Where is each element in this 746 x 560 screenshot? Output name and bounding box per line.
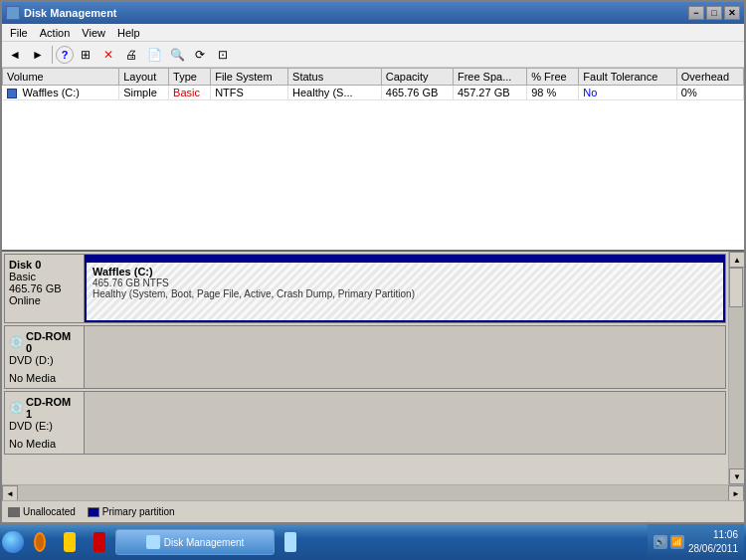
cell-type: Basic bbox=[169, 86, 211, 100]
disk-management-window: Disk Management − □ ✕ File Action View H… bbox=[0, 0, 746, 524]
cell-capacity: 465.76 GB bbox=[381, 86, 453, 100]
col-volume[interactable]: Volume bbox=[3, 69, 119, 86]
menu-action[interactable]: Action bbox=[34, 26, 77, 40]
col-pctfree[interactable]: % Free bbox=[527, 69, 579, 86]
table-row[interactable]: Waffles (C:) Simple Basic NTFS Healthy (… bbox=[3, 86, 744, 100]
back-button[interactable]: ◄ bbox=[4, 44, 26, 66]
disk-map-inner: Disk 0 Basic 465.76 GB Online Waffles (C… bbox=[2, 252, 728, 484]
print-button[interactable]: 🖨 bbox=[120, 44, 142, 66]
media-icon bbox=[93, 532, 105, 552]
taskbar-app-1[interactable] bbox=[26, 529, 54, 555]
tray-icons: 🔊 📶 bbox=[653, 535, 684, 549]
col-filesystem[interactable]: File System bbox=[211, 69, 288, 86]
diskmgmt-icon bbox=[146, 535, 160, 549]
maximize-button[interactable]: □ bbox=[706, 6, 722, 20]
minimize-button[interactable]: − bbox=[688, 6, 704, 20]
title-bar: Disk Management − □ ✕ bbox=[2, 2, 744, 24]
disk-0-label: Disk 0 Basic 465.76 GB Online bbox=[5, 255, 85, 322]
taskbar-app-5[interactable] bbox=[277, 529, 304, 555]
scroll-up-arrow[interactable]: ▲ bbox=[729, 252, 744, 268]
toolbar-sep-1 bbox=[52, 46, 53, 64]
col-faulttolerance[interactable]: Fault Tolerance bbox=[579, 69, 676, 86]
menu-view[interactable]: View bbox=[76, 26, 111, 40]
col-type[interactable]: Type bbox=[169, 69, 211, 86]
cell-filesystem: NTFS bbox=[211, 86, 288, 100]
cdrom-1-icon: 💿 bbox=[9, 401, 24, 415]
cell-pctfree: 98 % bbox=[527, 86, 579, 100]
extra-button[interactable]: ⊡ bbox=[212, 44, 234, 66]
forward-button[interactable]: ► bbox=[27, 44, 49, 66]
active-app-label: Disk Management bbox=[164, 537, 245, 548]
export-button[interactable]: 📄 bbox=[143, 44, 165, 66]
partition-name: Waffles (C:) bbox=[93, 266, 717, 278]
horizontal-scrollbar[interactable]: ◄ ► bbox=[2, 484, 744, 500]
taskbar-apps: Disk Management bbox=[26, 529, 648, 555]
cdrom-1-row: 💿 CD-ROM 1 DVD (E:) No Media bbox=[4, 391, 726, 455]
menu-bar: File Action View Help bbox=[2, 24, 744, 42]
volume-icon bbox=[7, 89, 17, 98]
partition-status: Healthy (System, Boot, Page File, Active… bbox=[93, 288, 717, 299]
refresh-button[interactable]: ⟳ bbox=[189, 44, 211, 66]
menu-file[interactable]: File bbox=[4, 26, 34, 40]
cdrom-0-name: CD-ROM 0 bbox=[26, 330, 80, 354]
cdrom-0-row: 💿 CD-ROM 0 DVD (D:) No Media bbox=[4, 325, 726, 389]
volume-table: Volume Layout Type File System Status Ca… bbox=[2, 68, 744, 100]
disk-0-contents: Waffles (C:) 465.76 GB NTFS Healthy (Sys… bbox=[85, 255, 725, 322]
search-button[interactable]: 🔍 bbox=[166, 44, 188, 66]
disk-map-scroll-container: Disk 0 Basic 465.76 GB Online Waffles (C… bbox=[2, 252, 744, 484]
folder-icon bbox=[64, 532, 76, 552]
cell-volume: Waffles (C:) bbox=[3, 86, 119, 100]
legend-primary-label: Primary partition bbox=[102, 506, 175, 517]
vertical-scrollbar[interactable]: ▲ ▼ bbox=[728, 252, 744, 484]
col-capacity[interactable]: Capacity bbox=[381, 69, 453, 86]
cell-status: Healthy (S... bbox=[288, 86, 382, 100]
cell-layout: Simple bbox=[119, 86, 169, 100]
cdrom-0-media: No Media bbox=[9, 372, 80, 384]
legend-unallocated-label: Unallocated bbox=[23, 506, 76, 517]
cdrom-0-contents bbox=[85, 326, 725, 388]
toolbar: ◄ ► ? ⊞ ✕ 🖨 📄 🔍 ⟳ ⊡ bbox=[2, 42, 744, 68]
cdrom-1-label: 💿 CD-ROM 1 DVD (E:) No Media bbox=[5, 392, 85, 454]
system-tray: 🔊 📶 11:06 28/06/2011 bbox=[648, 524, 744, 560]
hscroll-right-arrow[interactable]: ► bbox=[728, 485, 744, 501]
disk-0-status: Online bbox=[9, 294, 80, 306]
tools-icon bbox=[284, 532, 296, 552]
unallocated-swatch bbox=[8, 507, 20, 517]
properties-button[interactable]: ⊞ bbox=[75, 44, 96, 66]
menu-help[interactable]: Help bbox=[111, 26, 146, 40]
legend-unallocated: Unallocated bbox=[8, 506, 76, 517]
close-button[interactable]: ✕ bbox=[724, 6, 740, 20]
cdrom-1-drive: DVD (E:) bbox=[9, 420, 80, 432]
tray-icon-1: 🔊 bbox=[653, 535, 667, 549]
delete-button[interactable]: ✕ bbox=[97, 44, 119, 66]
cell-overhead: 0% bbox=[676, 86, 743, 100]
cdrom-0-drive: DVD (D:) bbox=[9, 354, 80, 366]
disk-0-partition[interactable]: Waffles (C:) 465.76 GB NTFS Healthy (Sys… bbox=[85, 261, 725, 322]
cell-freespace: 457.27 GB bbox=[453, 86, 526, 100]
disk-0-size: 465.76 GB bbox=[9, 282, 80, 294]
help-button[interactable]: ? bbox=[56, 46, 74, 64]
col-layout[interactable]: Layout bbox=[119, 69, 169, 86]
scroll-down-arrow[interactable]: ▼ bbox=[729, 468, 744, 484]
window-title: Disk Management bbox=[24, 7, 117, 19]
main-content: Volume Layout Type File System Status Ca… bbox=[2, 68, 744, 522]
hscroll-left-arrow[interactable]: ◄ bbox=[2, 485, 18, 501]
taskbar: Disk Management 🔊 📶 11:06 28/06/2011 bbox=[0, 524, 746, 560]
scroll-thumb[interactable] bbox=[729, 268, 743, 307]
col-freespace[interactable]: Free Spa... bbox=[453, 69, 526, 86]
col-status[interactable]: Status bbox=[288, 69, 382, 86]
scroll-track[interactable] bbox=[729, 268, 744, 468]
taskbar-app-2[interactable] bbox=[56, 529, 84, 555]
disk-0-row: Disk 0 Basic 465.76 GB Online Waffles (C… bbox=[4, 254, 726, 323]
clock-time: 11:06 bbox=[688, 528, 738, 542]
disk-0-type: Basic bbox=[9, 271, 80, 282]
hscroll-track[interactable] bbox=[18, 485, 728, 500]
system-time: 11:06 28/06/2011 bbox=[688, 528, 738, 556]
taskbar-app-3[interactable] bbox=[86, 529, 113, 555]
start-button[interactable] bbox=[2, 531, 24, 553]
legend-primary: Primary partition bbox=[88, 506, 175, 517]
taskbar-app-active[interactable]: Disk Management bbox=[115, 529, 275, 555]
clock-date: 28/06/2011 bbox=[688, 542, 738, 556]
col-overhead[interactable]: Overhead bbox=[676, 69, 743, 86]
cdrom-0-label: 💿 CD-ROM 0 DVD (D:) No Media bbox=[5, 326, 85, 388]
